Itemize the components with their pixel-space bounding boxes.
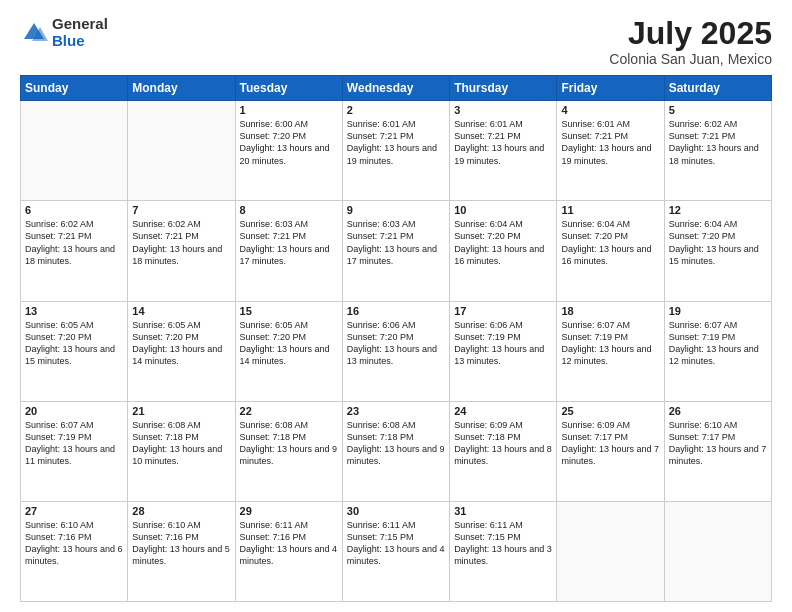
logo-icon [20,19,48,47]
calendar-week-row: 27Sunrise: 6:10 AM Sunset: 7:16 PM Dayli… [21,501,772,601]
calendar-cell: 28Sunrise: 6:10 AM Sunset: 7:16 PM Dayli… [128,501,235,601]
calendar-week-row: 20Sunrise: 6:07 AM Sunset: 7:19 PM Dayli… [21,401,772,501]
calendar-cell: 14Sunrise: 6:05 AM Sunset: 7:20 PM Dayli… [128,301,235,401]
day-number: 21 [132,405,230,417]
day-number: 6 [25,204,123,216]
day-info: Sunrise: 6:07 AM Sunset: 7:19 PM Dayligh… [669,319,767,368]
day-number: 11 [561,204,659,216]
day-number: 30 [347,505,445,517]
day-info: Sunrise: 6:10 AM Sunset: 7:16 PM Dayligh… [25,519,123,568]
day-number: 14 [132,305,230,317]
day-info: Sunrise: 6:02 AM Sunset: 7:21 PM Dayligh… [132,218,230,267]
day-info: Sunrise: 6:06 AM Sunset: 7:19 PM Dayligh… [454,319,552,368]
calendar-col-monday: Monday [128,76,235,101]
day-info: Sunrise: 6:03 AM Sunset: 7:21 PM Dayligh… [240,218,338,267]
calendar-cell: 24Sunrise: 6:09 AM Sunset: 7:18 PM Dayli… [450,401,557,501]
calendar-header-row: SundayMondayTuesdayWednesdayThursdayFrid… [21,76,772,101]
calendar-cell [664,501,771,601]
day-info: Sunrise: 6:07 AM Sunset: 7:19 PM Dayligh… [25,419,123,468]
calendar-cell: 8Sunrise: 6:03 AM Sunset: 7:21 PM Daylig… [235,201,342,301]
day-number: 4 [561,104,659,116]
day-info: Sunrise: 6:07 AM Sunset: 7:19 PM Dayligh… [561,319,659,368]
calendar-cell: 29Sunrise: 6:11 AM Sunset: 7:16 PM Dayli… [235,501,342,601]
calendar-col-wednesday: Wednesday [342,76,449,101]
day-info: Sunrise: 6:08 AM Sunset: 7:18 PM Dayligh… [347,419,445,468]
day-info: Sunrise: 6:04 AM Sunset: 7:20 PM Dayligh… [454,218,552,267]
day-number: 26 [669,405,767,417]
day-number: 3 [454,104,552,116]
day-number: 25 [561,405,659,417]
day-number: 17 [454,305,552,317]
calendar-cell: 7Sunrise: 6:02 AM Sunset: 7:21 PM Daylig… [128,201,235,301]
calendar-col-friday: Friday [557,76,664,101]
calendar-cell: 5Sunrise: 6:02 AM Sunset: 7:21 PM Daylig… [664,101,771,201]
day-info: Sunrise: 6:01 AM Sunset: 7:21 PM Dayligh… [454,118,552,167]
calendar-cell: 22Sunrise: 6:08 AM Sunset: 7:18 PM Dayli… [235,401,342,501]
calendar-cell: 17Sunrise: 6:06 AM Sunset: 7:19 PM Dayli… [450,301,557,401]
day-info: Sunrise: 6:10 AM Sunset: 7:17 PM Dayligh… [669,419,767,468]
day-info: Sunrise: 6:01 AM Sunset: 7:21 PM Dayligh… [347,118,445,167]
day-info: Sunrise: 6:10 AM Sunset: 7:16 PM Dayligh… [132,519,230,568]
day-info: Sunrise: 6:01 AM Sunset: 7:21 PM Dayligh… [561,118,659,167]
day-info: Sunrise: 6:11 AM Sunset: 7:15 PM Dayligh… [454,519,552,568]
day-info: Sunrise: 6:02 AM Sunset: 7:21 PM Dayligh… [25,218,123,267]
day-number: 15 [240,305,338,317]
day-info: Sunrise: 6:04 AM Sunset: 7:20 PM Dayligh… [561,218,659,267]
logo-blue-text: Blue [52,32,85,49]
calendar-cell: 9Sunrise: 6:03 AM Sunset: 7:21 PM Daylig… [342,201,449,301]
location: Colonia San Juan, Mexico [609,51,772,67]
month-year: July 2025 [609,16,772,51]
calendar-cell: 4Sunrise: 6:01 AM Sunset: 7:21 PM Daylig… [557,101,664,201]
day-info: Sunrise: 6:00 AM Sunset: 7:20 PM Dayligh… [240,118,338,167]
day-number: 16 [347,305,445,317]
day-number: 5 [669,104,767,116]
day-number: 22 [240,405,338,417]
calendar-col-saturday: Saturday [664,76,771,101]
calendar-cell: 26Sunrise: 6:10 AM Sunset: 7:17 PM Dayli… [664,401,771,501]
calendar-cell: 27Sunrise: 6:10 AM Sunset: 7:16 PM Dayli… [21,501,128,601]
day-info: Sunrise: 6:04 AM Sunset: 7:20 PM Dayligh… [669,218,767,267]
calendar-week-row: 6Sunrise: 6:02 AM Sunset: 7:21 PM Daylig… [21,201,772,301]
calendar-col-sunday: Sunday [21,76,128,101]
calendar-cell: 2Sunrise: 6:01 AM Sunset: 7:21 PM Daylig… [342,101,449,201]
calendar-cell: 25Sunrise: 6:09 AM Sunset: 7:17 PM Dayli… [557,401,664,501]
day-info: Sunrise: 6:11 AM Sunset: 7:16 PM Dayligh… [240,519,338,568]
calendar-col-thursday: Thursday [450,76,557,101]
day-number: 7 [132,204,230,216]
calendar-cell: 30Sunrise: 6:11 AM Sunset: 7:15 PM Dayli… [342,501,449,601]
day-number: 31 [454,505,552,517]
day-number: 13 [25,305,123,317]
day-number: 27 [25,505,123,517]
calendar-cell: 11Sunrise: 6:04 AM Sunset: 7:20 PM Dayli… [557,201,664,301]
calendar-cell: 6Sunrise: 6:02 AM Sunset: 7:21 PM Daylig… [21,201,128,301]
day-info: Sunrise: 6:05 AM Sunset: 7:20 PM Dayligh… [25,319,123,368]
day-number: 10 [454,204,552,216]
calendar-cell: 20Sunrise: 6:07 AM Sunset: 7:19 PM Dayli… [21,401,128,501]
day-info: Sunrise: 6:08 AM Sunset: 7:18 PM Dayligh… [132,419,230,468]
day-number: 9 [347,204,445,216]
day-number: 12 [669,204,767,216]
calendar-cell: 21Sunrise: 6:08 AM Sunset: 7:18 PM Dayli… [128,401,235,501]
day-info: Sunrise: 6:08 AM Sunset: 7:18 PM Dayligh… [240,419,338,468]
day-number: 23 [347,405,445,417]
day-info: Sunrise: 6:09 AM Sunset: 7:17 PM Dayligh… [561,419,659,468]
day-info: Sunrise: 6:06 AM Sunset: 7:20 PM Dayligh… [347,319,445,368]
day-number: 18 [561,305,659,317]
day-number: 1 [240,104,338,116]
calendar-cell: 13Sunrise: 6:05 AM Sunset: 7:20 PM Dayli… [21,301,128,401]
title-block: July 2025 Colonia San Juan, Mexico [609,16,772,67]
day-info: Sunrise: 6:05 AM Sunset: 7:20 PM Dayligh… [132,319,230,368]
page: General Blue July 2025 Colonia San Juan,… [0,0,792,612]
calendar-week-row: 1Sunrise: 6:00 AM Sunset: 7:20 PM Daylig… [21,101,772,201]
calendar-cell: 12Sunrise: 6:04 AM Sunset: 7:20 PM Dayli… [664,201,771,301]
calendar-cell [128,101,235,201]
day-info: Sunrise: 6:11 AM Sunset: 7:15 PM Dayligh… [347,519,445,568]
logo-text: General Blue [52,16,108,49]
logo-general-text: General [52,15,108,32]
calendar-cell: 19Sunrise: 6:07 AM Sunset: 7:19 PM Dayli… [664,301,771,401]
day-number: 29 [240,505,338,517]
calendar-cell: 23Sunrise: 6:08 AM Sunset: 7:18 PM Dayli… [342,401,449,501]
day-number: 20 [25,405,123,417]
calendar-cell: 10Sunrise: 6:04 AM Sunset: 7:20 PM Dayli… [450,201,557,301]
logo: General Blue [20,16,108,49]
